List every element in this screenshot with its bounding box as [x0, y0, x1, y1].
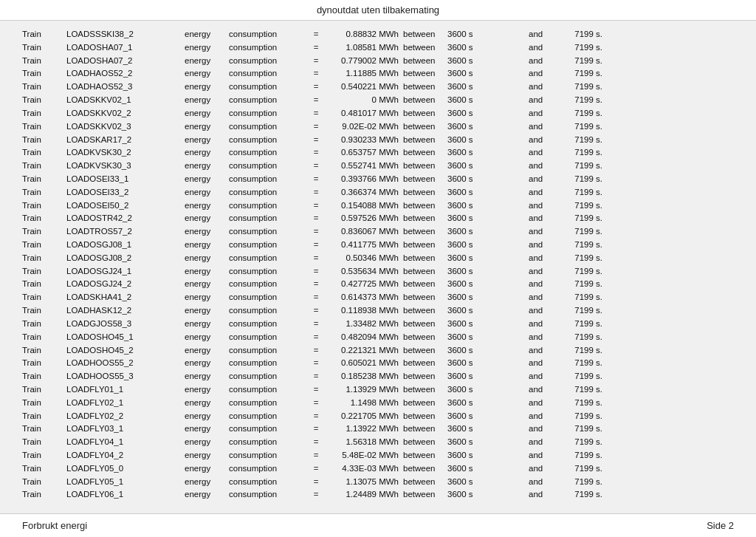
cell: 0.653757 MWh	[322, 146, 403, 160]
cell: consumption	[229, 383, 310, 397]
cell: 1.13929 MWh	[322, 383, 403, 397]
cell: and	[529, 252, 551, 265]
cell: Train	[22, 81, 66, 94]
cell: 0.481017 MWh	[322, 107, 403, 120]
cell: and	[529, 28, 551, 41]
cell: Train	[22, 462, 66, 476]
cell: 7199 s.	[551, 134, 602, 147]
cell: =	[310, 225, 322, 239]
cell: between	[403, 357, 447, 370]
cell: =	[310, 55, 322, 68]
cell: Train	[22, 134, 66, 147]
cell: energy	[185, 291, 229, 304]
cell: =	[310, 423, 322, 436]
cell: =	[310, 370, 322, 383]
cell: between	[403, 212, 447, 225]
table-row: TrainLOADOSGJ08_1energyconsumption=0.411…	[22, 239, 734, 252]
cell: LOADOSGJ24_2	[66, 278, 185, 291]
cell: consumption	[229, 331, 310, 344]
cell: consumption	[229, 436, 310, 449]
cell: 0.221321 MWh	[322, 344, 403, 358]
cell: and	[529, 225, 551, 239]
cell: energy	[185, 212, 229, 225]
cell: Train	[22, 344, 66, 358]
cell: between	[403, 41, 447, 55]
cell: Train	[22, 107, 66, 120]
cell: between	[403, 397, 447, 410]
cell: LOADFLY03_1	[66, 423, 185, 436]
cell: consumption	[229, 94, 310, 107]
table-row: TrainLOADFLY05_1energyconsumption=1.1307…	[22, 476, 734, 489]
cell: =	[310, 331, 322, 344]
cell: Train	[22, 318, 66, 331]
cell: consumption	[229, 265, 310, 278]
cell: Train	[22, 67, 66, 81]
cell: 0.185238 MWh	[322, 370, 403, 383]
cell: energy	[185, 462, 229, 476]
cell: 9.02E-02 MWh	[322, 120, 403, 134]
cell: =	[310, 410, 322, 423]
cell: 0.836067 MWh	[322, 225, 403, 239]
cell: between	[403, 186, 447, 199]
cell: and	[529, 41, 551, 55]
cell: energy	[185, 120, 229, 134]
cell: and	[529, 67, 551, 81]
cell: 1.33482 MWh	[322, 318, 403, 331]
cell: 1.13075 MWh	[322, 476, 403, 489]
table-row: TrainLOADSKKV02_2energyconsumption=0.481…	[22, 107, 734, 120]
cell: 3600 s	[447, 55, 492, 68]
cell: 3600 s	[447, 160, 492, 173]
cell: 1.08581 MWh	[322, 41, 403, 55]
cell: 3600 s	[447, 134, 492, 147]
cell: 3600 s	[447, 94, 492, 107]
cell: energy	[185, 397, 229, 410]
table-row: TrainLOADFLY02_2energyconsumption=0.2217…	[22, 410, 734, 423]
cell: 3600 s	[447, 107, 492, 120]
cell: LOADFLY02_1	[66, 397, 185, 410]
cell: 0.597526 MWh	[322, 212, 403, 225]
cell: and	[529, 423, 551, 436]
cell: 0.540221 MWh	[322, 81, 403, 94]
cell: between	[403, 120, 447, 134]
cell: 3600 s	[447, 146, 492, 160]
cell: 7199 s.	[551, 212, 602, 225]
cell: 0.154088 MWh	[322, 199, 403, 213]
cell: 7199 s.	[551, 370, 602, 383]
cell: 0.411775 MWh	[322, 239, 403, 252]
table-row: TrainLOADHOOS55_2energyconsumption=0.605…	[22, 357, 734, 370]
cell: 3600 s	[447, 318, 492, 331]
cell: =	[310, 252, 322, 265]
cell: and	[529, 199, 551, 213]
cell: =	[310, 199, 322, 213]
cell: 3600 s	[447, 173, 492, 186]
cell: LOADFLY04_1	[66, 436, 185, 449]
cell: between	[403, 278, 447, 291]
cell: between	[403, 199, 447, 213]
cell: 7199 s.	[551, 318, 602, 331]
cell: energy	[185, 476, 229, 489]
cell: LOADSKAR17_2	[66, 134, 185, 147]
cell: 7199 s.	[551, 55, 602, 68]
cell: consumption	[229, 423, 310, 436]
cell: 0.50346 MWh	[322, 252, 403, 265]
cell: energy	[185, 318, 229, 331]
cell: consumption	[229, 55, 310, 68]
table-row: TrainLOADOSTR42_2energyconsumption=0.597…	[22, 212, 734, 225]
cell: consumption	[229, 239, 310, 252]
cell: LOADSKKV02_2	[66, 107, 185, 120]
table-row: TrainLOADSSSKI38_2energyconsumption=0.88…	[22, 28, 734, 41]
cell: 3600 s	[447, 67, 492, 81]
cell: 7199 s.	[551, 304, 602, 318]
cell: 0.614373 MWh	[322, 291, 403, 304]
cell: =	[310, 476, 322, 489]
cell: 5.48E-02 MWh	[322, 449, 403, 462]
cell: energy	[185, 488, 229, 502]
cell: =	[310, 160, 322, 173]
cell: energy	[185, 186, 229, 199]
page: dynoutdat uten tilbakemating TrainLOADSS…	[0, 0, 756, 537]
cell: LOADSKHA41_2	[66, 291, 185, 304]
cell: and	[529, 449, 551, 462]
cell: 3600 s	[447, 81, 492, 94]
table-row: TrainLOADFLY04_1energyconsumption=1.5631…	[22, 436, 734, 449]
cell: and	[529, 383, 551, 397]
